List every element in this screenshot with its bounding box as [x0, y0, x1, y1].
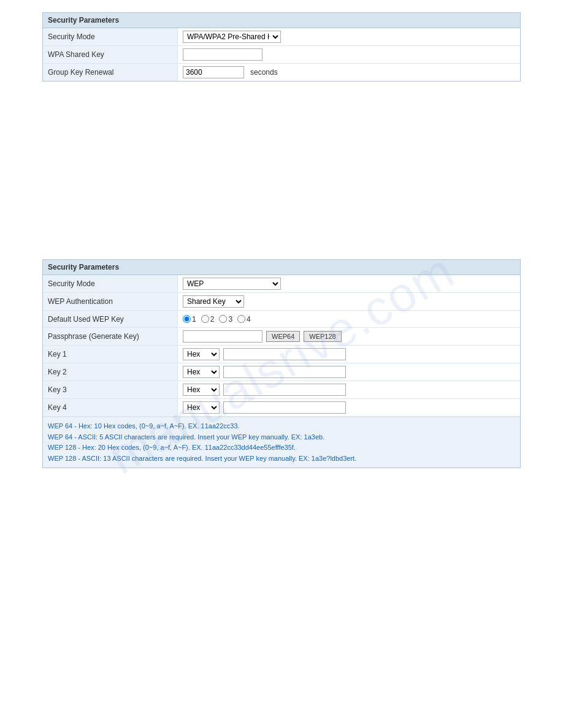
section2-default-wep-label: Default Used WEP Key — [43, 311, 178, 327]
section1-header: Security Parameters — [43, 13, 520, 28]
section1-wpa-key-input[interactable] — [183, 48, 262, 61]
section2-wep-auth-value: Shared Key Open System — [178, 293, 520, 310]
section2-security-mode-value: WEP WPA/WPA2 Pre-Shared Key None — [178, 275, 520, 292]
section2-key2-input[interactable] — [223, 366, 346, 378]
section2-note-3: WEP 128 - Hex: 20 Hex codes, (0~9, a~f, … — [48, 442, 515, 453]
section2-security-mode-label: Security Mode — [43, 275, 178, 292]
section2-passphrase-row: Passphrase (Generate Key) WEP64 WEP128 — [43, 328, 520, 346]
section2-wep-key-radio-3[interactable] — [219, 315, 227, 323]
section2-key3-value: Hex ASCII — [178, 381, 520, 398]
section2-key1-input[interactable] — [223, 348, 346, 360]
section2-wep-key-radio-4[interactable] — [237, 315, 245, 323]
section2-wep128-button[interactable]: WEP128 — [304, 331, 341, 342]
section2-passphrase-input[interactable] — [183, 330, 262, 343]
section2-key3-hex-select[interactable]: Hex ASCII — [183, 384, 220, 396]
section2-passphrase-value: WEP64 WEP128 — [178, 328, 520, 345]
section1-security-mode-select[interactable]: WPA/WPA2 Pre-Shared Key WEP None — [183, 31, 281, 43]
section2-default-wep-value: 1 2 3 4 — [178, 313, 520, 326]
section2-key4-input[interactable] — [223, 401, 346, 414]
section2-wep-key-radio-1[interactable] — [183, 315, 191, 323]
section2-key2-value: Hex ASCII — [178, 363, 520, 381]
section2-default-wep-row: Default Used WEP Key 1 2 3 4 — [43, 311, 520, 328]
section2-wep-key-radio-2[interactable] — [201, 315, 209, 323]
section1-group-key-value: seconds — [178, 64, 520, 81]
section2-note-4: WEP 128 - ASCII: 13 ASCII characters are… — [48, 453, 515, 464]
section2-wep-key-radio-1-label[interactable]: 1 — [183, 315, 196, 324]
section2-header: Security Parameters — [43, 260, 520, 275]
section2-key1-value: Hex ASCII — [178, 346, 520, 363]
section1-seconds-label: seconds — [250, 68, 278, 77]
section2-wep-key-radio-4-label[interactable]: 4 — [237, 315, 251, 324]
section1-wpa-key-value — [178, 46, 520, 63]
section1-group-key-label: Group Key Renewal — [43, 64, 178, 81]
section2-notes: WEP 64 - Hex: 10 Hex codes, (0~9, a~f, A… — [43, 417, 520, 468]
section2-wep64-button[interactable]: WEP64 — [266, 331, 300, 342]
section2-wep-auth-row: WEP Authentication Shared Key Open Syste… — [43, 293, 520, 311]
section1-security-mode-value: WPA/WPA2 Pre-Shared Key WEP None — [178, 28, 520, 45]
section1-security-mode-row: Security Mode WPA/WPA2 Pre-Shared Key WE… — [43, 28, 520, 46]
section2-key4-label: Key 4 — [43, 399, 178, 416]
spacer — [12, 100, 551, 259]
section2-key2-label: Key 2 — [43, 363, 178, 381]
section1-wpa-key-row: WPA Shared Key — [43, 46, 520, 64]
section2-key3-input[interactable] — [223, 384, 346, 396]
section2-key4-row: Key 4 Hex ASCII — [43, 399, 520, 417]
section1-wpa-key-label: WPA Shared Key — [43, 46, 178, 63]
section2-security-mode-row: Security Mode WEP WPA/WPA2 Pre-Shared Ke… — [43, 275, 520, 293]
section2-key3-row: Key 3 Hex ASCII — [43, 381, 520, 399]
section2-key3-label: Key 3 — [43, 381, 178, 398]
section2-wep-key-radio-3-label[interactable]: 3 — [219, 315, 232, 324]
section2-security-mode-select[interactable]: WEP WPA/WPA2 Pre-Shared Key None — [183, 278, 281, 290]
section1-security-mode-label: Security Mode — [43, 28, 178, 45]
section2-key1-row: Key 1 Hex ASCII — [43, 346, 520, 363]
section2-key2-hex-select[interactable]: Hex ASCII — [183, 366, 220, 378]
section2-key2-row: Key 2 Hex ASCII — [43, 363, 520, 381]
section2-key4-value: Hex ASCII — [178, 399, 520, 416]
section1-group-key-input[interactable] — [183, 66, 244, 78]
section2-key1-hex-select[interactable]: Hex ASCII — [183, 348, 220, 360]
section2-note-1: WEP 64 - Hex: 10 Hex codes, (0~9, a~f, A… — [48, 421, 515, 432]
section2-wep-auth-select[interactable]: Shared Key Open System — [183, 295, 244, 308]
section2-wep-key-radio-2-label[interactable]: 2 — [201, 315, 215, 324]
section2-passphrase-label: Passphrase (Generate Key) — [43, 328, 178, 345]
section1-security-parameters: Security Parameters Security Mode WPA/WP… — [42, 12, 521, 82]
section2-key4-hex-select[interactable]: Hex ASCII — [183, 401, 220, 414]
section2-security-parameters: Security Parameters Security Mode WEP WP… — [42, 259, 521, 468]
section2-key1-label: Key 1 — [43, 346, 178, 363]
section1-group-key-row: Group Key Renewal seconds — [43, 64, 520, 81]
section2-wep-key-radio-group: 1 2 3 4 — [183, 315, 251, 324]
section2-note-2: WEP 64 - ASCII: 5 ASCII characters are r… — [48, 432, 515, 443]
section2-wep-auth-label: WEP Authentication — [43, 293, 178, 310]
